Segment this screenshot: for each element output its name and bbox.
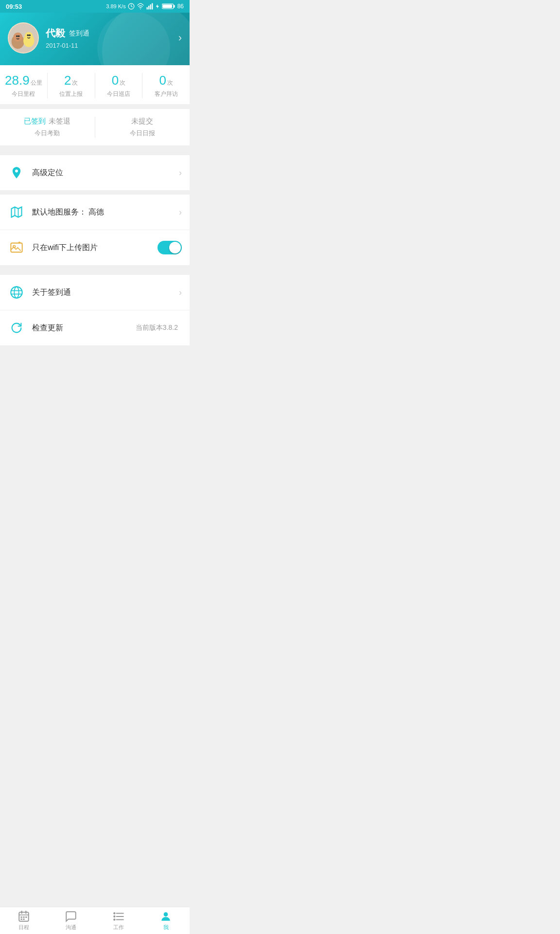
stat-store-unit: 次: [120, 79, 125, 87]
header-chevron-right-icon[interactable]: ›: [178, 32, 182, 44]
menu-label-advanced-location: 高级定位: [32, 168, 179, 178]
svg-rect-8: [162, 5, 172, 8]
svg-point-18: [15, 170, 18, 173]
signal-icon: [146, 3, 153, 10]
current-version: 当前版本3.8.2: [136, 323, 178, 332]
photo-icon: [8, 239, 25, 256]
menu-section: 高级定位 › 默认地图服务： 高德 ›: [0, 155, 190, 265]
svg-point-15: [25, 32, 33, 40]
attendance-unsigned-status: 未签退: [49, 117, 70, 126]
svg-point-13: [16, 35, 18, 37]
attendance-clock-label: 今日考勤: [35, 129, 60, 138]
stat-distance-unit: 公里: [31, 79, 42, 87]
update-icon: [8, 319, 25, 337]
svg-point-24: [14, 287, 18, 298]
svg-point-12: [13, 33, 22, 42]
svg-rect-5: [152, 3, 153, 10]
svg-point-23: [11, 287, 22, 298]
menu-arrow-default-map: ›: [179, 207, 182, 217]
stat-customer-visit: 0 次 客户拜访: [142, 73, 190, 98]
menu-label-check-update: 检查更新: [32, 323, 136, 333]
menu-arrow-advanced-location: ›: [179, 168, 182, 178]
stat-location-label: 位置上报: [59, 90, 83, 98]
attendance-report-label: 今日日报: [130, 129, 155, 138]
user-profile-left: 代毅 签到通 2017-01-11: [8, 22, 89, 54]
menu-label-about: 关于签到通: [32, 287, 179, 298]
stat-distance: 28.9 公里 今日里程: [0, 73, 48, 98]
svg-rect-3: [148, 6, 149, 10]
stat-location-unit: 次: [72, 79, 78, 87]
stats-section: 28.9 公里 今日里程 2 次 位置上报 0 次 今日巡店 0 次 客户拜访: [0, 65, 190, 104]
attendance-clock: 已签到 未签退 今日考勤: [0, 117, 95, 138]
menu-item-wifi-upload[interactable]: 只在wifi下上传图片: [0, 230, 190, 265]
attendance-section: 已签到 未签退 今日考勤 未提交 今日日报: [0, 109, 190, 145]
svg-point-14: [18, 35, 20, 37]
header-banner[interactable]: 代毅 签到通 2017-01-11 ›: [0, 13, 190, 65]
avatar-image: [9, 22, 38, 54]
divider-1: [0, 104, 190, 109]
location-icon: [8, 164, 25, 181]
stat-store-label: 今日巡店: [107, 90, 130, 98]
user-tag: 签到通: [69, 29, 89, 38]
menu-section-2: 关于签到通 › 检查更新 当前版本3.8.2: [0, 275, 190, 345]
stat-customer-label: 客户拜访: [155, 90, 178, 98]
attendance-daily-report: 未提交 今日日报: [95, 117, 190, 138]
status-time: 09:53: [6, 3, 22, 10]
divider-2: [0, 145, 190, 150]
svg-rect-4: [150, 4, 151, 10]
menu-item-default-map[interactable]: 默认地图服务： 高德 ›: [0, 195, 190, 230]
wifi-upload-toggle[interactable]: [158, 241, 182, 254]
attendance-signed-status: 已签到: [24, 117, 46, 126]
svg-rect-2: [146, 7, 147, 10]
clock-icon: [128, 3, 135, 10]
user-name-row: 代毅 签到通: [46, 27, 89, 40]
user-name: 代毅: [46, 27, 65, 40]
globe-icon: [8, 284, 25, 301]
stat-store-number: 0: [112, 73, 119, 88]
svg-point-16: [27, 35, 29, 36]
divider-3: [0, 191, 190, 195]
toggle-knob: [169, 242, 181, 253]
menu-arrow-about: ›: [179, 287, 182, 298]
svg-rect-7: [173, 5, 175, 8]
attendance-report-status: 未提交: [131, 117, 153, 126]
stat-customer-unit: 次: [167, 79, 173, 87]
stat-store-visit: 0 次 今日巡店: [95, 73, 143, 98]
user-date: 2017-01-11: [46, 42, 89, 49]
svg-point-1: [140, 8, 141, 9]
stat-location-report: 2 次 位置上报: [48, 73, 95, 98]
status-icons: 3.89 K/s: [106, 3, 184, 10]
stat-distance-number: 28.9: [5, 73, 30, 88]
menu-label-wifi-upload: 只在wifi下上传图片: [32, 243, 158, 253]
stat-customer-number: 0: [159, 73, 166, 88]
map-icon: [8, 203, 25, 221]
divider-4: [0, 265, 190, 270]
menu-item-check-update[interactable]: 检查更新 当前版本3.8.2: [0, 310, 190, 345]
menu-item-about[interactable]: 关于签到通 ›: [0, 275, 190, 310]
stat-location-number: 2: [64, 73, 71, 88]
battery-percent: 86: [177, 3, 184, 10]
battery-icon: [162, 3, 175, 10]
user-info: 代毅 签到通 2017-01-11: [46, 27, 89, 49]
speed-indicator: 3.89 K/s: [106, 3, 125, 9]
menu-item-advanced-location[interactable]: 高级定位 ›: [0, 155, 190, 191]
menu-label-default-map: 默认地图服务： 高德: [32, 207, 179, 217]
svg-point-17: [29, 35, 31, 36]
avatar: [8, 22, 39, 54]
wifi-icon: [137, 3, 144, 10]
status-bar: 09:53 3.89 K/s: [0, 0, 190, 13]
charging-icon: [155, 3, 160, 10]
stat-distance-label: 今日里程: [12, 90, 35, 98]
